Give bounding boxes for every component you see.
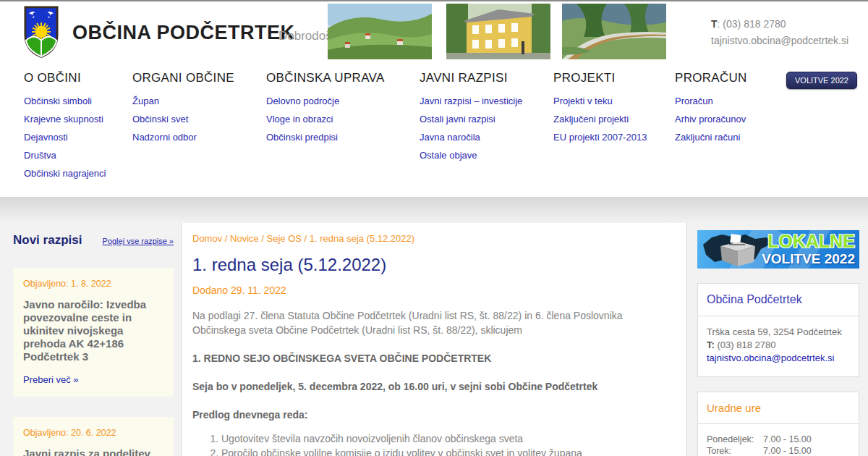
tender-published-date: Objavljeno: 1. 8. 2022 [23,279,163,289]
volitve-2022-button[interactable]: VOLITVE 2022 [786,72,857,89]
office-hours-card: Uradne ure Ponedeljek: 7.00 - 15.00 Tore… [697,392,859,456]
new-tenders-title: Novi razpisi [13,233,82,248]
office-hours-row: Ponedeljek: 7.00 - 15.00 [707,434,850,445]
nav-link-proracun[interactable]: Proračun [675,92,783,110]
tender-title: Javni razpis za podelitev priznanj Občin… [23,447,163,456]
nav-shadow-divider [0,197,868,223]
nav-col-organi-obcine: ORGANI OBČINE Župan Občinski svet Nadzor… [132,71,266,182]
nav-heading-organi-obcine[interactable]: ORGANI OBČINE [132,71,266,85]
nav-link-vloge-in-obrazci[interactable]: Vloge in obrazci [266,110,420,128]
nav-col-obcinska-uprava: OBČINSKA UPRAVA Delovno področje Vloge i… [266,71,420,182]
site-header: OBČINA PODČETRTEK Dobrodoš [0,0,868,62]
office-hours-row: Torek: 7.00 - 15.00 [707,445,850,456]
nav-link-zupan[interactable]: Župan [132,92,266,110]
municipality-email-link[interactable]: tajnistvo.obcina@podcetrtek.si [707,352,835,363]
nav-link-eu-projekti[interactable]: EU projekti 2007-2013 [553,128,675,146]
nav-link-ostale-objave[interactable]: Ostale objave [420,146,553,164]
main-article: Domov / Novice / Seje OS / 1. redna seja… [181,223,687,456]
nav-link-projekti-v-teku[interactable]: Projekti v teku [553,92,675,110]
header-email-link[interactable]: tajnistvo.obcina@podcetrtek.si [711,35,848,46]
intro-paragraph: Na podlagi 27. člena Statuta Občine Podč… [192,308,671,337]
agenda-item: Ugotovitev števila navzočih novoizvoljen… [221,431,671,446]
nav-link-javna-narocila[interactable]: Javna naročila [420,128,553,146]
nav-col-projekti: PROJEKTI Projekti v teku Zaključeni proj… [553,71,675,182]
nav-link-obcinski-simboli[interactable]: Občinski simboli [24,92,132,110]
municipality-contact-card: Občina Podčetrtek Trška cesta 59, 3254 P… [697,283,859,377]
office-hours-title: Uradne ure [698,392,859,424]
nav-link-drustva[interactable]: Društva [24,146,132,164]
added-date: Dodano 29. 11. 2022 [192,284,671,296]
tender-title: Javno naročilo: Izvedba povezovalne cest… [23,298,163,363]
yellow-building-photo [446,4,550,59]
page-title: 1. redna seja (5.12.2022) [192,255,671,275]
banner-line1: LOKALNE [762,232,855,250]
nav-link-zakljuceni-projekti[interactable]: Zaključeni projekti [553,110,675,128]
read-more-link[interactable]: Preberi več » [23,374,79,385]
content-area: Novi razpisi Poglej vse razpise » Objavl… [0,223,868,456]
nav-link-ostali-javni-razpisi[interactable]: Ostali javni razpisi [420,110,553,128]
agenda-item: Poročilo občinske volilne komisije o izi… [221,446,671,456]
nav-link-obcinski-predpisi[interactable]: Občinski predpisi [266,128,420,146]
tender-card[interactable]: Objavljeno: 20. 6. 2022 Javni razpis za … [13,417,174,456]
nav-link-dejavnosti[interactable]: Dejavnosti [24,128,132,146]
see-all-tenders-link[interactable]: Poglej vse razpise » [103,237,174,245]
nav-heading-proracun[interactable]: PRORAČUN [675,71,783,85]
banner-line2: VOLITVE 2022 [762,252,855,266]
welcome-text: Dobrodoš [278,29,332,43]
nav-col-proracun: PRORAČUN Proračun Arhiv proračunov Zaklj… [675,71,783,182]
nav-heading-projekti[interactable]: PROJEKTI [553,71,675,85]
nav-heading-obcinska-uprava[interactable]: OBČINSKA UPRAVA [266,71,420,85]
municipality-phone: T: (03) 818 2780 [707,339,850,352]
agenda-list: Ugotovitev števila navzočih novoizvoljen… [221,431,671,456]
hills-landscape-photo [328,4,432,59]
header-phone: T: (03) 818 2780 [711,16,848,33]
nav-link-obcinski-nagrajenci[interactable]: Občinski nagrajenci [24,164,132,182]
nav-link-zakljucni-racuni[interactable]: Zaključni računi [675,128,783,146]
contact-card-title: Občina Podčetrtek [698,284,859,316]
nav-col-o-obcini: O OBČINI Občinski simboli Krajevne skupn… [24,71,132,182]
municipality-address: Trška cesta 59, 3254 Podčetrtek [707,326,850,339]
local-elections-2022-banner[interactable]: LOKALNE VOLITVE 2022 [697,230,859,269]
right-sidebar: LOKALNE VOLITVE 2022 Občina Podčetrtek T… [687,223,868,456]
main-navigation: O OBČINI Občinski simboli Krajevne skupn… [0,62,868,197]
nav-col-javni-razpisi: JAVNI RAZPISI Javni razpisi – investicij… [420,71,553,182]
left-sidebar: Novi razpisi Poglej vse razpise » Objavl… [0,223,181,456]
riverside-road-photo [562,4,666,59]
nav-heading-javni-razpisi[interactable]: JAVNI RAZPISI [420,71,553,85]
nav-link-obcinski-svet[interactable]: Občinski svet [132,110,266,128]
municipal-coat-of-arms-icon [24,5,59,59]
agenda-label: Predlog dnevnega reda: [192,408,671,422]
site-title: OBČINA PODČETRTEK [72,22,295,44]
nav-link-krajevne-skupnosti[interactable]: Krajevne skupnosti [24,110,132,128]
nav-link-nadzorni-odbor[interactable]: Nadzorni odbor [132,128,266,146]
nav-link-arhiv-proracunov[interactable]: Arhiv proračunov [675,110,783,128]
tender-published-date: Objavljeno: 20. 6. 2022 [23,428,163,438]
session-heading: 1. REDNO SEJO OBČINSKEGA SVETA OBČINE PO… [192,351,671,366]
header-contact: T: (03) 818 2780 tajnistvo.obcina@podcet… [711,16,848,49]
nav-heading-o-obcini[interactable]: O OBČINI [24,71,132,85]
breadcrumb[interactable]: Domov / Novice / Seje OS / 1. redna seja… [192,233,671,244]
nav-link-delovno-podrocje[interactable]: Delovno področje [266,92,420,110]
session-info: Seja bo v ponedeljek, 5. decembra 2022, … [192,379,671,394]
tender-card[interactable]: Objavljeno: 1. 8. 2022 Javno naročilo: I… [13,268,174,397]
nav-link-javni-razpisi-investicije[interactable]: Javni razpisi – investicije [420,92,553,110]
